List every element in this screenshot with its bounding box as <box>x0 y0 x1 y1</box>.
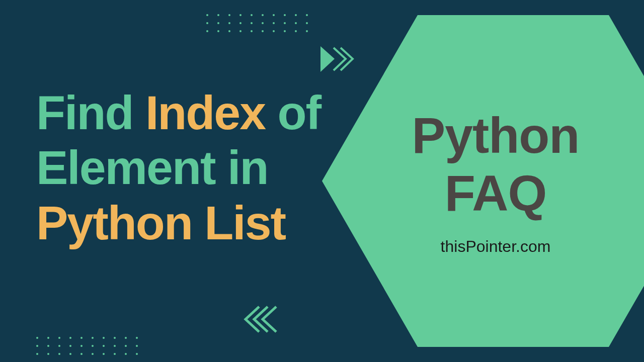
title-word-5: in <box>227 141 268 194</box>
decorative-arrows-right <box>319 45 355 75</box>
hexagon-title: Python FAQ <box>412 107 580 222</box>
hexagon-title-line-1: Python <box>412 107 580 164</box>
title-word-7: List <box>204 196 285 249</box>
svg-marker-0 <box>320 46 335 72</box>
decorative-dots-bottom <box>36 337 138 355</box>
title-word-6: Python <box>36 196 192 249</box>
title-word-1: Find <box>36 86 133 139</box>
decorative-arrows-left <box>242 304 282 336</box>
title-word-2: Index <box>145 86 265 139</box>
decorative-dots-top <box>206 14 308 32</box>
title-word-4: Element <box>36 141 215 194</box>
hexagon-title-line-2: FAQ <box>412 164 580 222</box>
hexagon-badge: Python FAQ thisPointer.com <box>322 15 644 347</box>
site-label: thisPointer.com <box>441 237 551 256</box>
page-title: Find Index of Element in Python List <box>36 85 320 250</box>
title-word-3: of <box>277 86 320 139</box>
